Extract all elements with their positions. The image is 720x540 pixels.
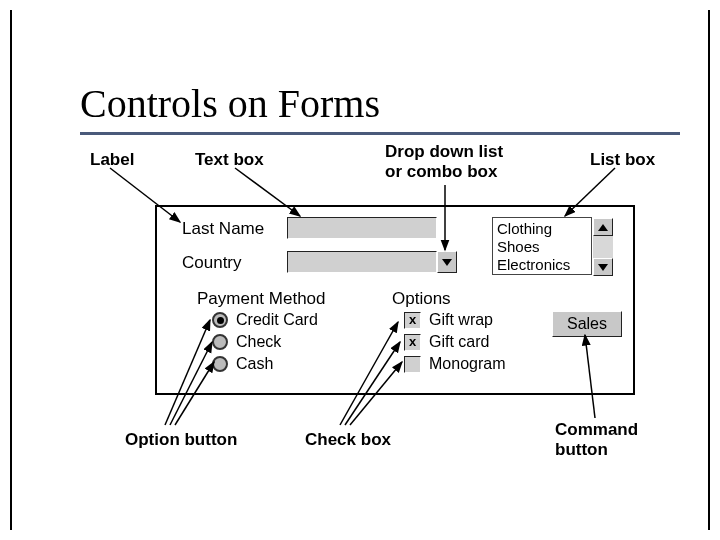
annotation-command-button: Command button <box>555 420 638 460</box>
radio-check[interactable]: Check <box>212 333 281 351</box>
checkbox-monogram[interactable]: Monogram <box>404 355 505 373</box>
scroll-up-button[interactable] <box>593 218 613 236</box>
country-label: Country <box>182 253 242 273</box>
last-name-label: Last Name <box>182 219 264 239</box>
country-combo-button[interactable] <box>437 251 457 273</box>
radio-label: Cash <box>236 355 273 373</box>
radio-icon <box>212 334 228 350</box>
list-item[interactable]: Electronics <box>497 256 587 274</box>
scroll-down-button[interactable] <box>593 258 613 276</box>
radio-cash[interactable]: Cash <box>212 355 273 373</box>
checkbox-gift-card[interactable]: x Gift card <box>404 333 489 351</box>
checkbox-label: Gift card <box>429 333 489 351</box>
radio-credit-card[interactable]: Credit Card <box>212 311 318 329</box>
checkbox-icon: x <box>404 312 421 329</box>
checkbox-label: Gift wrap <box>429 311 493 329</box>
annotation-listbox: List box <box>590 150 655 170</box>
checkbox-icon <box>404 356 421 373</box>
listbox-scrollbar[interactable] <box>593 218 613 276</box>
annotation-option-button: Option button <box>125 430 237 450</box>
options-label: Options <box>392 289 451 309</box>
checkbox-icon: x <box>404 334 421 351</box>
list-item[interactable]: Clothing <box>497 220 587 238</box>
country-combo[interactable] <box>287 251 437 273</box>
annotation-label: Label <box>90 150 134 170</box>
radio-icon <box>212 312 228 328</box>
annotation-textbox: Text box <box>195 150 264 170</box>
scroll-track[interactable] <box>593 236 613 258</box>
radio-icon <box>212 356 228 372</box>
checkbox-label: Monogram <box>429 355 505 373</box>
payment-method-label: Payment Method <box>197 289 326 309</box>
last-name-input[interactable] <box>287 217 437 239</box>
list-item[interactable]: Shoes <box>497 238 587 256</box>
category-listbox[interactable]: Clothing Shoes Electronics <box>492 217 592 275</box>
page-title: Controls on Forms <box>80 80 380 127</box>
annotation-checkbox: Check box <box>305 430 391 450</box>
form-frame: Last Name Country Clothing Shoes Electro… <box>155 205 635 395</box>
radio-label: Credit Card <box>236 311 318 329</box>
title-underline <box>80 132 680 135</box>
annotation-dropdown: Drop down list or combo box <box>385 142 503 182</box>
sales-button[interactable]: Sales <box>552 311 622 337</box>
checkbox-gift-wrap[interactable]: x Gift wrap <box>404 311 493 329</box>
radio-label: Check <box>236 333 281 351</box>
